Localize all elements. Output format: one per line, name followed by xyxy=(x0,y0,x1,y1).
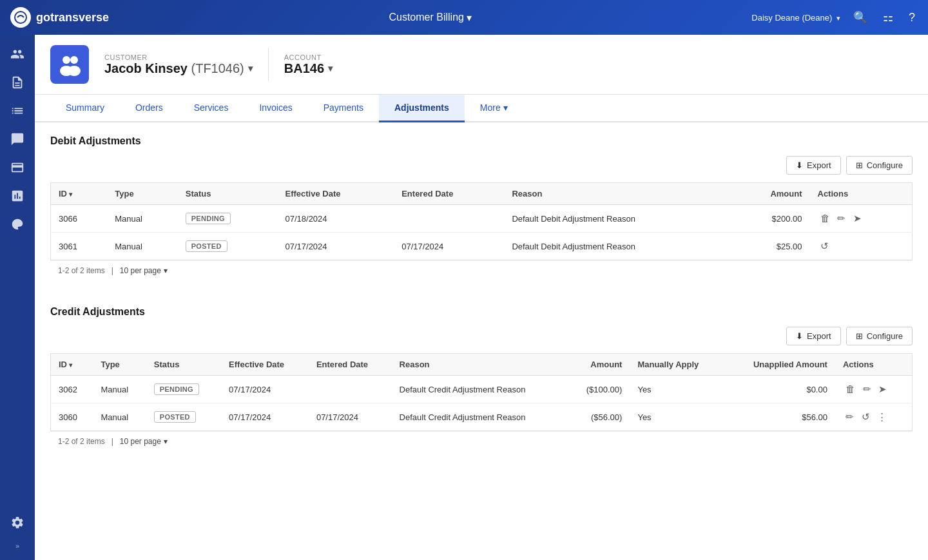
delete-button[interactable]: 🗑 xyxy=(843,382,858,396)
tab-summary[interactable]: Summary xyxy=(50,95,120,122)
row-entered-date: 07/17/2024 xyxy=(309,403,392,431)
account-info: ACCOUNT BA146 ▾ xyxy=(284,53,333,76)
configure-label: Configure xyxy=(867,331,903,341)
customer-dropdown-arrow[interactable]: ▾ xyxy=(248,63,253,73)
tab-orders[interactable]: Orders xyxy=(120,95,179,122)
more-button[interactable]: ⋮ xyxy=(875,410,889,424)
row-type: Manual xyxy=(93,376,146,403)
grid-button[interactable]: ⚏ xyxy=(880,8,896,27)
sidebar-item-palette[interactable] xyxy=(5,211,30,237)
debit-pagination: 1-2 of 2 items | 10 per page ▾ xyxy=(50,260,913,280)
row-unapplied-amount: $0.00 xyxy=(724,376,835,403)
main-content: CUSTOMER Jacob Kinsey (TF1046) ▾ ACCOUNT… xyxy=(35,35,928,560)
export-label: Export xyxy=(807,160,831,170)
col-entered-date: Entered Date xyxy=(309,354,392,376)
edit-button[interactable]: ✏ xyxy=(843,410,856,424)
row-status: POSTED xyxy=(178,233,278,260)
customer-info: CUSTOMER Jacob Kinsey (TF1046) ▾ xyxy=(104,53,253,76)
tab-payments[interactable]: Payments xyxy=(308,95,379,122)
billing-title: Customer Billing xyxy=(389,12,463,23)
customer-full-name: Jacob Kinsey (TF1046) xyxy=(104,61,244,76)
credit-table-header: ID Type Status Effective Date Entered Da… xyxy=(51,354,913,376)
user-menu[interactable]: Daisy Deane (Deane) ▾ xyxy=(751,13,840,23)
undo-button[interactable]: ↺ xyxy=(818,239,831,253)
row-amount: ($56.00) xyxy=(566,403,630,431)
debit-configure-button[interactable]: ⊞ Configure xyxy=(846,156,913,175)
app-logo[interactable]: gotransverse xyxy=(10,7,109,28)
credit-pagination: 1-2 of 2 items | 10 per page ▾ xyxy=(50,431,913,451)
col-id[interactable]: ID xyxy=(51,354,93,376)
edit-button[interactable]: ✏ xyxy=(835,211,848,226)
row-status: POSTED xyxy=(146,403,221,431)
credit-toolbar: ⬇ Export ⊞ Configure xyxy=(50,327,913,345)
credit-per-page[interactable]: 10 per page ▾ xyxy=(120,437,168,446)
help-button[interactable]: ? xyxy=(906,8,918,27)
col-unapplied-amount: Unapplied Amount xyxy=(724,354,835,376)
tab-invoices[interactable]: Invoices xyxy=(244,95,307,122)
title-caret[interactable]: ▾ xyxy=(467,12,472,24)
row-status: PENDING xyxy=(146,376,221,403)
sidebar-item-payment[interactable] xyxy=(5,155,30,180)
row-type: Manual xyxy=(93,403,146,431)
sidebar-expand-button[interactable]: » xyxy=(5,538,30,554)
col-status: Status xyxy=(178,183,278,205)
debit-toolbar: ⬇ Export ⊞ Configure xyxy=(50,156,913,175)
sidebar-item-reports[interactable] xyxy=(5,183,30,209)
configure-label: Configure xyxy=(867,160,903,170)
credit-table: ID Type Status Effective Date Entered Da… xyxy=(50,353,913,431)
col-effective-date: Effective Date xyxy=(221,354,309,376)
row-actions: 🗑 ✏ ➤ xyxy=(835,376,913,403)
export-icon: ⬇ xyxy=(796,331,803,341)
user-name: Daisy Deane (Deane) xyxy=(751,13,832,23)
table-row: 3060 Manual POSTED 07/17/2024 07/17/2024… xyxy=(51,403,913,431)
sidebar-item-invoice[interactable] xyxy=(5,126,30,152)
col-type: Type xyxy=(107,183,177,205)
tab-adjustments[interactable]: Adjustments xyxy=(379,95,465,122)
row-id: 3062 xyxy=(51,376,93,403)
col-entered-date: Entered Date xyxy=(394,183,504,205)
row-actions: ✏ ↺ ⋮ xyxy=(835,403,913,431)
sidebar-item-people[interactable] xyxy=(5,41,30,67)
account-label: ACCOUNT xyxy=(284,53,333,61)
col-id[interactable]: ID xyxy=(51,183,108,205)
row-status: PENDING xyxy=(178,205,278,233)
tab-services[interactable]: Services xyxy=(179,95,244,122)
col-type: Type xyxy=(93,354,146,376)
credit-pagination-count: 1-2 of 2 items xyxy=(58,437,105,446)
row-type: Manual xyxy=(107,205,177,233)
sidebar-bottom: » xyxy=(5,510,30,560)
row-effective-date: 07/17/2024 xyxy=(278,233,394,260)
col-manually-apply: Manually Apply xyxy=(630,354,724,376)
top-navigation: gotransverse Customer Billing ▾ Daisy De… xyxy=(0,0,928,35)
per-page-caret: ▾ xyxy=(164,437,168,446)
row-amount: $200.00 xyxy=(732,205,809,233)
debit-pagination-count: 1-2 of 2 items xyxy=(58,266,105,275)
debit-table-header: ID Type Status Effective Date Entered Da… xyxy=(51,183,913,205)
edit-button[interactable]: ✏ xyxy=(860,382,874,396)
credit-adjustments-title: Credit Adjustments xyxy=(50,306,913,318)
send-button[interactable]: ➤ xyxy=(851,211,864,226)
delete-button[interactable]: 🗑 xyxy=(818,211,833,225)
send-button[interactable]: ➤ xyxy=(876,382,889,396)
table-row: 3061 Manual POSTED 07/17/2024 07/17/2024… xyxy=(51,233,913,260)
debit-export-button[interactable]: ⬇ Export xyxy=(786,156,841,175)
debit-per-page[interactable]: 10 per page ▾ xyxy=(120,266,168,275)
credit-configure-button[interactable]: ⊞ Configure xyxy=(846,327,913,345)
credit-export-button[interactable]: ⬇ Export xyxy=(786,327,841,345)
col-reason: Reason xyxy=(392,354,566,376)
search-button[interactable]: 🔍 xyxy=(851,8,870,27)
svg-point-0 xyxy=(15,12,26,23)
row-type: Manual xyxy=(107,233,177,260)
tab-more[interactable]: More ▾ xyxy=(465,95,523,122)
row-effective-date: 07/17/2024 xyxy=(221,403,309,431)
col-reason: Reason xyxy=(504,183,732,205)
sidebar-item-documents[interactable] xyxy=(5,70,30,95)
sidebar-item-settings[interactable] xyxy=(5,510,30,536)
account-dropdown-arrow[interactable]: ▾ xyxy=(328,63,333,73)
svg-point-2 xyxy=(70,56,78,64)
row-reason: Default Debit Adjustment Reason xyxy=(504,205,732,233)
undo-button[interactable]: ↺ xyxy=(859,410,873,424)
debit-adjustments-title: Debit Adjustments xyxy=(50,135,913,147)
sidebar-item-list[interactable] xyxy=(5,98,30,124)
row-reason: Default Debit Adjustment Reason xyxy=(504,233,732,260)
